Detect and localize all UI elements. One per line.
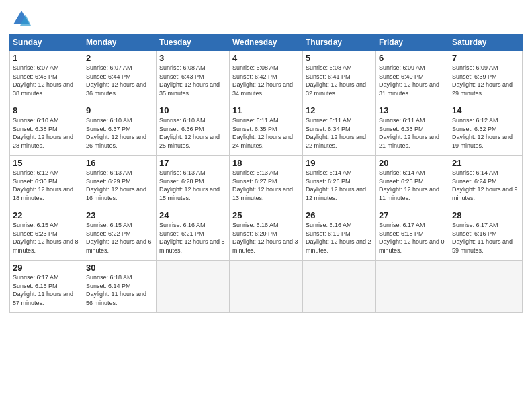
calendar-cell: 14Sunrise: 6:12 AMSunset: 6:32 PMDayligh… xyxy=(449,103,523,156)
calendar-cell: 17Sunrise: 6:13 AMSunset: 6:28 PMDayligh… xyxy=(157,156,230,208)
calendar-cell xyxy=(303,261,376,313)
day-number: 16 xyxy=(86,158,153,168)
day-number: 28 xyxy=(452,210,519,220)
day-number: 22 xyxy=(13,210,80,220)
day-info: Sunrise: 6:17 AMSunset: 6:18 PMDaylight:… xyxy=(379,221,446,255)
day-info: Sunrise: 6:08 AMSunset: 6:42 PMDaylight:… xyxy=(232,64,300,97)
weekday-header-thursday: Thursday xyxy=(303,34,376,51)
calendar-cell: 3Sunrise: 6:08 AMSunset: 6:43 PMDaylight… xyxy=(157,51,230,103)
calendar-cell xyxy=(376,261,449,313)
day-info: Sunrise: 6:14 AMSunset: 6:25 PMDaylight:… xyxy=(379,169,446,202)
calendar-cell: 22Sunrise: 6:15 AMSunset: 6:23 PMDayligh… xyxy=(10,208,83,261)
day-info: Sunrise: 6:10 AMSunset: 6:37 PMDaylight:… xyxy=(86,116,153,150)
day-info: Sunrise: 6:08 AMSunset: 6:43 PMDaylight:… xyxy=(159,64,226,97)
day-number: 3 xyxy=(159,53,226,63)
calendar-cell: 6Sunrise: 6:09 AMSunset: 6:40 PMDaylight… xyxy=(376,51,449,103)
day-info: Sunrise: 6:11 AMSunset: 6:34 PMDaylight:… xyxy=(306,116,373,150)
day-number: 5 xyxy=(306,53,373,63)
calendar-cell: 24Sunrise: 6:16 AMSunset: 6:21 PMDayligh… xyxy=(157,208,230,261)
day-number: 30 xyxy=(86,263,153,273)
calendar-cell: 7Sunrise: 6:09 AMSunset: 6:39 PMDaylight… xyxy=(449,51,523,103)
calendar-cell: 5Sunrise: 6:08 AMSunset: 6:41 PMDaylight… xyxy=(303,51,376,103)
day-info: Sunrise: 6:11 AMSunset: 6:35 PMDaylight:… xyxy=(232,116,300,150)
calendar-cell: 16Sunrise: 6:13 AMSunset: 6:29 PMDayligh… xyxy=(83,156,157,208)
page-container: SundayMondayTuesdayWednesdayThursdayFrid… xyxy=(0,0,532,320)
calendar-cell: 25Sunrise: 6:16 AMSunset: 6:20 PMDayligh… xyxy=(230,208,303,261)
day-number: 20 xyxy=(379,158,446,168)
calendar-cell: 18Sunrise: 6:13 AMSunset: 6:27 PMDayligh… xyxy=(230,156,303,208)
calendar-cell: 21Sunrise: 6:14 AMSunset: 6:24 PMDayligh… xyxy=(449,156,523,208)
logo xyxy=(9,9,31,28)
day-info: Sunrise: 6:12 AMSunset: 6:32 PMDaylight:… xyxy=(452,116,519,150)
day-info: Sunrise: 6:15 AMSunset: 6:23 PMDaylight:… xyxy=(13,221,80,255)
day-number: 1 xyxy=(13,53,80,63)
calendar-cell: 11Sunrise: 6:11 AMSunset: 6:35 PMDayligh… xyxy=(230,103,303,156)
calendar-cell: 15Sunrise: 6:12 AMSunset: 6:30 PMDayligh… xyxy=(10,156,83,208)
calendar-cell: 9Sunrise: 6:10 AMSunset: 6:37 PMDaylight… xyxy=(83,103,157,156)
day-number: 26 xyxy=(306,210,373,220)
day-number: 12 xyxy=(306,105,373,116)
calendar-row-0: 1Sunrise: 6:07 AMSunset: 6:45 PMDaylight… xyxy=(10,51,523,103)
calendar-row-4: 29Sunrise: 6:17 AMSunset: 6:15 PMDayligh… xyxy=(10,261,523,313)
calendar-cell xyxy=(449,261,523,313)
calendar-cell: 8Sunrise: 6:10 AMSunset: 6:38 PMDaylight… xyxy=(10,103,83,156)
day-number: 18 xyxy=(232,158,300,168)
day-number: 2 xyxy=(86,53,153,63)
calendar-row-2: 15Sunrise: 6:12 AMSunset: 6:30 PMDayligh… xyxy=(10,156,523,208)
calendar-row-1: 8Sunrise: 6:10 AMSunset: 6:38 PMDaylight… xyxy=(10,103,523,156)
day-info: Sunrise: 6:15 AMSunset: 6:22 PMDaylight:… xyxy=(86,221,153,255)
day-number: 19 xyxy=(306,158,373,168)
day-number: 7 xyxy=(452,53,519,63)
calendar-cell: 4Sunrise: 6:08 AMSunset: 6:42 PMDaylight… xyxy=(230,51,303,103)
page-header xyxy=(9,7,523,28)
day-number: 4 xyxy=(232,53,300,63)
day-info: Sunrise: 6:07 AMSunset: 6:44 PMDaylight:… xyxy=(86,64,153,97)
calendar-cell: 2Sunrise: 6:07 AMSunset: 6:44 PMDaylight… xyxy=(83,51,157,103)
day-number: 11 xyxy=(232,105,300,116)
day-info: Sunrise: 6:14 AMSunset: 6:26 PMDaylight:… xyxy=(306,169,373,202)
day-number: 9 xyxy=(86,105,153,116)
day-number: 25 xyxy=(232,210,300,220)
calendar-cell: 23Sunrise: 6:15 AMSunset: 6:22 PMDayligh… xyxy=(83,208,157,261)
day-number: 27 xyxy=(379,210,446,220)
weekday-header-row: SundayMondayTuesdayWednesdayThursdayFrid… xyxy=(10,34,523,51)
calendar-cell: 27Sunrise: 6:17 AMSunset: 6:18 PMDayligh… xyxy=(376,208,449,261)
day-info: Sunrise: 6:09 AMSunset: 6:40 PMDaylight:… xyxy=(379,64,446,97)
calendar-cell: 19Sunrise: 6:14 AMSunset: 6:26 PMDayligh… xyxy=(303,156,376,208)
day-number: 13 xyxy=(379,105,446,116)
weekday-header-saturday: Saturday xyxy=(449,34,523,51)
day-info: Sunrise: 6:10 AMSunset: 6:36 PMDaylight:… xyxy=(159,116,226,150)
day-info: Sunrise: 6:12 AMSunset: 6:30 PMDaylight:… xyxy=(13,169,80,202)
calendar-cell: 30Sunrise: 6:18 AMSunset: 6:14 PMDayligh… xyxy=(83,261,157,313)
day-info: Sunrise: 6:14 AMSunset: 6:24 PMDaylight:… xyxy=(452,169,519,202)
weekday-header-monday: Monday xyxy=(83,34,157,51)
day-info: Sunrise: 6:13 AMSunset: 6:28 PMDaylight:… xyxy=(159,169,226,202)
day-info: Sunrise: 6:16 AMSunset: 6:20 PMDaylight:… xyxy=(232,221,300,255)
calendar-table: SundayMondayTuesdayWednesdayThursdayFrid… xyxy=(9,34,523,313)
calendar-row-3: 22Sunrise: 6:15 AMSunset: 6:23 PMDayligh… xyxy=(10,208,523,261)
day-info: Sunrise: 6:11 AMSunset: 6:33 PMDaylight:… xyxy=(379,116,446,150)
day-number: 23 xyxy=(86,210,153,220)
day-number: 17 xyxy=(159,158,226,168)
weekday-header-sunday: Sunday xyxy=(10,34,83,51)
day-number: 10 xyxy=(159,105,226,116)
day-info: Sunrise: 6:08 AMSunset: 6:41 PMDaylight:… xyxy=(306,64,373,97)
day-info: Sunrise: 6:16 AMSunset: 6:21 PMDaylight:… xyxy=(159,221,226,255)
weekday-header-tuesday: Tuesday xyxy=(157,34,230,51)
day-info: Sunrise: 6:13 AMSunset: 6:29 PMDaylight:… xyxy=(86,169,153,202)
weekday-header-friday: Friday xyxy=(376,34,449,51)
day-number: 24 xyxy=(159,210,226,220)
calendar-cell: 13Sunrise: 6:11 AMSunset: 6:33 PMDayligh… xyxy=(376,103,449,156)
calendar-cell: 20Sunrise: 6:14 AMSunset: 6:25 PMDayligh… xyxy=(376,156,449,208)
calendar-cell: 26Sunrise: 6:16 AMSunset: 6:19 PMDayligh… xyxy=(303,208,376,261)
logo-icon xyxy=(12,9,31,28)
day-info: Sunrise: 6:17 AMSunset: 6:16 PMDaylight:… xyxy=(452,221,519,255)
day-number: 14 xyxy=(452,105,519,116)
day-number: 21 xyxy=(452,158,519,168)
day-number: 15 xyxy=(13,158,80,168)
day-number: 6 xyxy=(379,53,446,63)
day-info: Sunrise: 6:17 AMSunset: 6:15 PMDaylight:… xyxy=(13,273,80,307)
calendar-cell xyxy=(230,261,303,313)
day-number: 29 xyxy=(13,263,80,273)
day-info: Sunrise: 6:10 AMSunset: 6:38 PMDaylight:… xyxy=(13,116,80,150)
